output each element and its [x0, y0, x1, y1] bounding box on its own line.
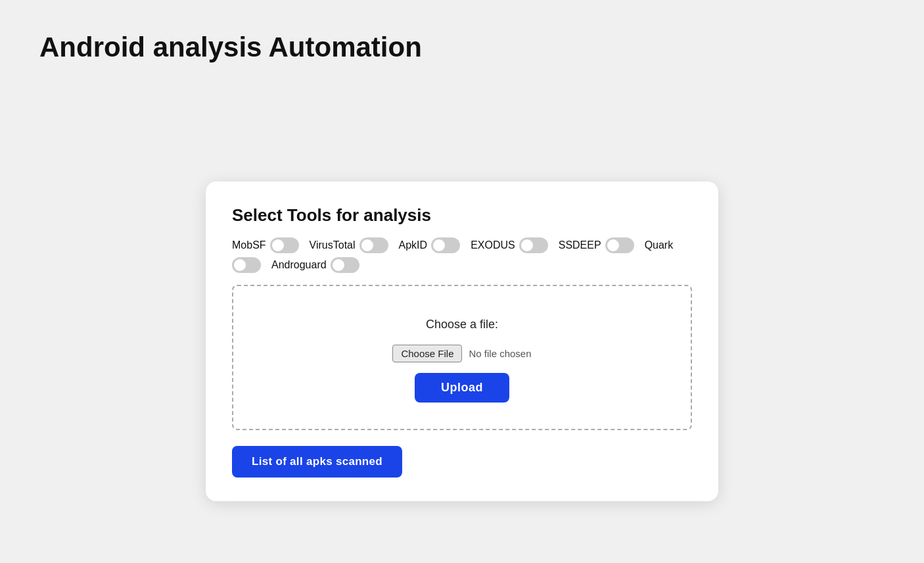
toggle-exodus-slider [519, 237, 548, 253]
tool-item-apkid: ApkID [399, 237, 461, 253]
tools-row-2: Androguard [232, 257, 692, 273]
choose-file-label: Choose a file: [426, 318, 498, 331]
tool-item-quark: Quark [645, 239, 674, 251]
page-title: Android analysis Automation [0, 32, 422, 63]
toggle-apkid[interactable] [431, 237, 460, 253]
tool-label-ssdeep: SSDEEP [559, 239, 601, 251]
tool-item-quark-toggle [232, 257, 261, 273]
tool-label-virustotal: VirusTotal [310, 239, 356, 251]
toggle-exodus[interactable] [519, 237, 548, 253]
tool-label-mobsf: MobSF [232, 239, 266, 251]
tool-item-ssdeep: SSDEEP [559, 237, 634, 253]
main-card: Select Tools for analysis MobSF VirusTot… [206, 182, 718, 501]
drop-zone: Choose a file: Choose File No file chose… [232, 285, 692, 430]
list-apks-button[interactable]: List of all apks scanned [232, 446, 402, 477]
tool-label-androguard: Androguard [271, 259, 327, 271]
tools-row: MobSF VirusTotal ApkID EXODUS [232, 237, 692, 253]
toggle-androguard[interactable] [331, 257, 359, 273]
toggle-ssdeep-slider [605, 237, 634, 253]
no-file-text: No file chosen [469, 348, 531, 359]
toggle-mobsf[interactable] [270, 237, 299, 253]
tool-label-exodus: EXODUS [471, 239, 515, 251]
toggle-quark-slider [232, 257, 261, 273]
upload-button[interactable]: Upload [415, 373, 509, 403]
toggle-virustotal[interactable] [359, 237, 388, 253]
toggle-virustotal-slider [359, 237, 388, 253]
toggle-apkid-slider [431, 237, 460, 253]
tool-item-androguard: Androguard [271, 257, 359, 273]
file-input-row: Choose File No file chosen [392, 345, 531, 362]
tool-item-mobsf: MobSF [232, 237, 299, 253]
card-title: Select Tools for analysis [232, 205, 692, 226]
tool-label-apkid: ApkID [399, 239, 428, 251]
toggle-quark[interactable] [232, 257, 261, 273]
toggle-androguard-slider [331, 257, 359, 273]
tool-item-exodus: EXODUS [471, 237, 548, 253]
tool-item-virustotal: VirusTotal [310, 237, 388, 253]
tool-label-quark: Quark [645, 239, 674, 251]
toggle-mobsf-slider [270, 237, 299, 253]
choose-file-button[interactable]: Choose File [392, 345, 462, 362]
toggle-ssdeep[interactable] [605, 237, 634, 253]
